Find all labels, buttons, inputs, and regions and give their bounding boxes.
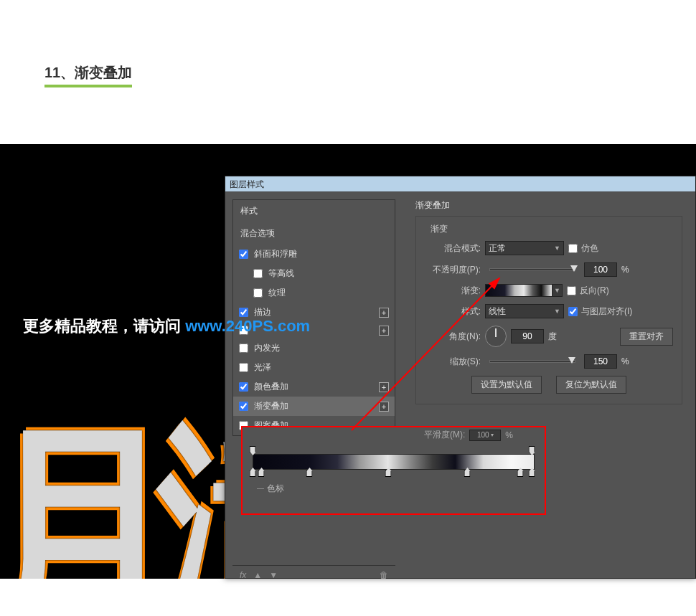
contour-checkbox[interactable] [253, 269, 263, 278]
color-stop[interactable] [517, 470, 524, 477]
smoothness-label: 平滑度(M): [424, 429, 465, 441]
angle-input[interactable] [511, 329, 544, 343]
satin-checkbox[interactable] [239, 363, 248, 372]
reset-align-button[interactable]: 重置对齐 [620, 328, 673, 346]
opacity-stop[interactable] [250, 446, 256, 452]
color-overlay-add-icon[interactable]: + [379, 382, 389, 392]
smoothness-row: 平滑度(M): 100▾ % [253, 429, 535, 441]
gradient-bar[interactable] [253, 454, 535, 470]
angle-unit: 度 [548, 331, 557, 343]
chevron-down-icon: ▼ [554, 308, 560, 315]
color-stop[interactable] [306, 470, 312, 477]
color-overlay-label: 颜色叠加 [254, 381, 288, 393]
angle-dial[interactable] [485, 326, 507, 347]
align-label: 与图层对齐(I) [581, 305, 632, 318]
inner-shadow-add-icon[interactable]: + [379, 326, 389, 336]
texture-label: 纹理 [268, 287, 286, 299]
color-stop[interactable] [529, 470, 535, 477]
gradient-overlay-add-icon[interactable]: + [379, 402, 389, 412]
angle-label: 角度(N): [425, 331, 481, 343]
color-stop[interactable] [258, 470, 264, 477]
styles-panel: 样式 混合选项 斜面和浮雕 等高线 纹理 描边 + [225, 192, 403, 578]
gradient-preview[interactable]: ▼ [485, 284, 563, 297]
color-stop[interactable] [385, 470, 391, 477]
style-color-overlay[interactable]: 颜色叠加 + [233, 377, 395, 397]
fieldset-legend: 渐变 [428, 223, 451, 235]
gradient-style-select[interactable]: 线性 ▼ [485, 304, 564, 318]
dither-checkbox-wrap[interactable]: 仿色 [568, 242, 598, 255]
page-heading: 11、渐变叠加 [44, 63, 132, 87]
align-checkbox-wrap[interactable]: 与图层对齐(I) [568, 305, 632, 318]
watermark-url: www.240PS.com [185, 317, 310, 335]
texture-checkbox[interactable] [253, 288, 263, 298]
trash-icon[interactable]: 🗑 [380, 570, 388, 580]
bevel-label: 斜面和浮雕 [254, 248, 297, 260]
gradient-overlay-label: 渐变叠加 [254, 400, 288, 412]
arrow-up-icon[interactable]: ▲ [253, 570, 262, 580]
style-contour[interactable]: 等高线 [233, 264, 395, 283]
blend-mode-select[interactable]: 正常 ▼ [485, 241, 564, 255]
smoothness-pct: % [505, 430, 513, 440]
style-gradient-overlay[interactable]: 渐变叠加 + [233, 397, 395, 416]
bevel-checkbox[interactable] [239, 250, 248, 259]
styles-header[interactable]: 样式 [233, 200, 395, 222]
gradient-overlay-settings: 渐变叠加 渐变 混合模式: 正常 ▼ 仿色 不透明度( [403, 192, 695, 578]
gradient-overlay-checkbox[interactable] [239, 402, 248, 411]
section-title: 渐变叠加 [415, 199, 682, 212]
arrow-down-icon[interactable]: ▼ [269, 570, 278, 580]
gradient-bar-wrap [253, 454, 535, 470]
blend-mode-value: 正常 [489, 242, 506, 255]
color-stop-section-label: 色标 [253, 483, 535, 495]
scale-label: 缩放(S): [425, 356, 481, 368]
set-default-button[interactable]: 设置为默认值 [471, 376, 542, 394]
gradient-row: 渐变: ▼ 反向(R) [425, 284, 673, 297]
gradient-editor-highlight: 平滑度(M): 100▾ % 色标 [241, 426, 546, 515]
satin-label: 光泽 [254, 361, 271, 374]
dither-checkbox[interactable] [568, 244, 578, 253]
angle-row: 角度(N): 度 重置对齐 [425, 326, 673, 347]
dialog-title: 图层样式 [225, 176, 695, 192]
contour-label: 等高线 [268, 267, 294, 280]
blend-mode-label: 混合模式: [425, 242, 481, 255]
color-overlay-checkbox[interactable] [239, 382, 248, 392]
color-stop[interactable] [464, 470, 470, 477]
gradient-label: 渐变: [425, 285, 481, 297]
percent-label: % [621, 265, 629, 275]
reverse-checkbox[interactable] [567, 286, 576, 295]
opacity-stop[interactable] [529, 446, 535, 452]
opacity-slider[interactable] [489, 268, 575, 271]
reverse-label: 反向(R) [580, 285, 609, 297]
dialog-body: 样式 混合选项 斜面和浮雕 等高线 纹理 描边 + [225, 192, 695, 578]
blend-mode-row: 混合模式: 正常 ▼ 仿色 [425, 241, 673, 255]
smoothness-value[interactable]: 100▾ [469, 430, 501, 441]
chevron-down-icon: ▼ [554, 245, 560, 252]
style-row: 样式: 线性 ▼ 与图层对齐(I) [425, 304, 673, 318]
inner-glow-checkbox[interactable] [239, 343, 248, 353]
style-label: 样式: [425, 305, 481, 318]
defaults-button-row: 设置为默认值 复位为默认值 [425, 376, 673, 394]
color-stop[interactable] [250, 470, 256, 477]
style-inner-glow[interactable]: 内发光 [233, 338, 395, 358]
stroke-add-icon[interactable]: + [379, 308, 389, 318]
reset-default-button[interactable]: 复位为默认值 [556, 376, 626, 394]
opacity-input[interactable] [584, 262, 617, 277]
gradient-fieldset: 渐变 混合模式: 正常 ▼ 仿色 不透明度(P): [415, 216, 682, 404]
fx-icon[interactable]: fx [240, 570, 246, 580]
reverse-checkbox-wrap[interactable]: 反向(R) [567, 285, 609, 297]
scale-slider[interactable] [489, 360, 575, 363]
layer-style-dialog: 图层样式 样式 混合选项 斜面和浮雕 等高线 纹理 [225, 176, 696, 579]
opacity-row: 不透明度(P): % [425, 262, 673, 277]
dither-label: 仿色 [581, 242, 598, 255]
align-checkbox[interactable] [568, 307, 578, 316]
style-texture[interactable]: 纹理 [233, 283, 395, 303]
inner-glow-label: 内发光 [254, 342, 280, 354]
percent-label-2: % [621, 356, 629, 366]
opacity-label: 不透明度(P): [425, 264, 481, 276]
scale-input[interactable] [584, 354, 617, 369]
fx-toolbar: fx ▲ ▼ 🗑 [232, 565, 395, 584]
style-bevel-emboss[interactable]: 斜面和浮雕 [233, 245, 395, 264]
watermark: 更多精品教程，请访问 www.240PS.com [23, 316, 310, 337]
watermark-text: 更多精品教程，请访问 [23, 317, 185, 335]
blending-options-row[interactable]: 混合选项 [233, 222, 395, 245]
style-satin[interactable]: 光泽 [233, 358, 395, 377]
